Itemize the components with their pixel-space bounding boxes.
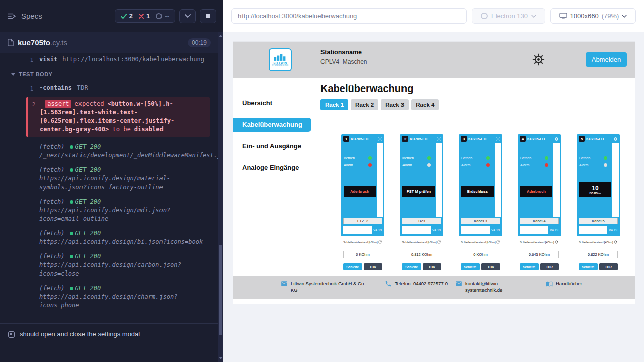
cable-name-field[interactable]: Kabel 3 — [461, 218, 500, 224]
fetch-url: https://api.iconify.design/mdi.json?icon… — [39, 206, 212, 223]
loop-resistance-value: 0.812 KOhm — [402, 251, 441, 258]
refresh-icon[interactable] — [613, 240, 618, 244]
tdr-button[interactable]: TDR — [423, 263, 442, 270]
browser-selector[interactable]: Electron 130 — [472, 8, 545, 24]
sidebar-item-1[interactable]: Übersicht — [233, 96, 311, 110]
log-assert-failed-row[interactable]: 2-assertexpected <button.w-[50%].h-[1.56… — [26, 97, 210, 137]
stop-button[interactable] — [200, 9, 216, 23]
logout-button[interactable]: Abmelden — [586, 52, 627, 67]
specs-menu-icon[interactable] — [7, 12, 16, 21]
footer-item-2: Telefon: 04402 972577-0 — [385, 280, 448, 287]
cable-name-field[interactable]: Kabel 4 — [520, 218, 559, 224]
schleife-button[interactable]: Schleife — [343, 263, 362, 270]
cable-name-field[interactable]: FTZ_2 — [343, 218, 382, 224]
status-dot-icon — [70, 200, 73, 204]
footer-text: Telefon: 04402 972577-0 — [395, 280, 448, 287]
betrieb-led — [486, 156, 490, 160]
sidebar-item-2[interactable]: Kabelüberwachung — [233, 118, 311, 132]
loop-resistance-label: Schleifenwiderstand [kOhm] — [343, 241, 377, 244]
tab-rack-1[interactable]: Rack 1 — [320, 99, 348, 110]
refresh-icon[interactable] — [554, 240, 559, 244]
viewport-selector[interactable]: 1000x660 (79%) — [550, 8, 636, 24]
tdr-button[interactable]: TDR — [364, 263, 383, 270]
status-display: PST-M prüfen — [403, 186, 435, 197]
sidebar-item-4[interactable]: Analoge Eingänge — [233, 161, 311, 175]
spec-name: kue705fo.cy.ts — [18, 38, 67, 47]
betrieb-led — [427, 156, 431, 160]
schleife-button[interactable]: Schleife — [402, 263, 421, 270]
cypress-runner-panel: Specs 2 1 -- kue705fo.cy.ts 00:19 1 — [0, 0, 223, 362]
card-gear-icon[interactable] — [554, 137, 559, 141]
log-fetch-row-6[interactable]: (fetch)GET 200https://api.iconify.design… — [0, 284, 218, 310]
log-fetch-row-3[interactable]: (fetch)GET 200https://api.iconify.design… — [0, 198, 218, 223]
sidebar-item-3[interactable]: Ein- und Ausgänge — [233, 139, 311, 153]
fetch-label: (fetch) — [39, 285, 65, 292]
spec-row[interactable]: kue705fo.cy.ts 00:19 — [0, 32, 218, 53]
station-label: Stationsname — [320, 49, 367, 56]
display-box — [520, 226, 548, 234]
tab-rack-3[interactable]: Rack 3 — [381, 99, 409, 110]
footer-text: Handbücher — [556, 280, 582, 287]
book-icon — [546, 280, 553, 287]
next-test-row[interactable]: should open and close the settings modal — [0, 323, 218, 362]
card-gear-icon[interactable] — [496, 137, 500, 141]
log-fetch-row-4[interactable]: (fetch)GET 200https://api.iconify.design… — [0, 229, 218, 246]
scroll-down-icon[interactable] — [219, 357, 223, 359]
fetch-status: GET 200 — [75, 166, 101, 173]
littwin-logo: LITTWIN SYSTEMTECHNIK — [269, 48, 292, 71]
test-body-header[interactable]: TEST BODY — [0, 70, 218, 79]
schleife-button[interactable]: Schleife — [461, 263, 480, 270]
card-gear-icon[interactable] — [378, 137, 382, 141]
schleife-button[interactable]: Schleife — [579, 263, 598, 270]
card-gear-icon[interactable] — [613, 137, 618, 141]
tab-rack-2[interactable]: Rack 2 — [351, 99, 378, 110]
runner-scrollbar[interactable] — [218, 32, 223, 362]
browser-chrome-bar: Electron 130 1000x660 (79%) — [223, 0, 644, 32]
log-contains-row[interactable]: 1containsTDR — [0, 82, 218, 93]
schleife-button[interactable]: Schleife — [520, 263, 539, 270]
refresh-icon[interactable] — [378, 240, 382, 244]
refresh-icon[interactable] — [496, 240, 500, 244]
collapse-button[interactable] — [179, 9, 196, 23]
check-icon — [121, 14, 127, 19]
gauge-bar — [495, 143, 501, 217]
loop-resistance-label: Schleifenwiderstand [kOhm] — [579, 241, 613, 244]
specs-label[interactable]: Specs — [21, 12, 42, 20]
scrollbar-thumb[interactable] — [219, 245, 222, 335]
alarm-label: Alarm — [344, 163, 353, 167]
cable-name-field[interactable]: Kabel 5 — [579, 218, 618, 224]
footer-text: kontakt@littwin-systemtechnik.de — [465, 280, 509, 293]
footer-item-4[interactable]: Handbücher — [546, 280, 582, 287]
assert-badge: assert — [45, 100, 71, 108]
log-fetch-row-2[interactable]: (fetch)GET 200https://api.iconify.design… — [0, 166, 218, 192]
cable-name-field[interactable]: B23 — [402, 218, 441, 224]
log-visit-row[interactable]: 1visithttp://localhost:3000/kabelueberwa… — [0, 53, 218, 64]
tdr-button[interactable]: TDR — [599, 263, 618, 270]
firmware-version: V4.19 — [548, 226, 559, 234]
tdr-button[interactable]: TDR — [481, 263, 501, 270]
station-info: Stationsname CPLV4_Maschen — [320, 49, 367, 65]
tab-rack-4[interactable]: Rack 4 — [411, 99, 439, 110]
log-fetch-row-1[interactable]: (fetch)GET 200/_next/static/development/… — [0, 143, 218, 160]
tdr-button[interactable]: TDR — [540, 263, 559, 270]
alarm-led — [545, 163, 548, 167]
device-card-4: 4KÜ705-FOBetriebAlarmAderbruchKabel 4V4.… — [518, 134, 561, 276]
betrieb-label: Betrieb — [520, 156, 531, 160]
card-gear-icon[interactable] — [437, 137, 441, 141]
firmware-version: V4.19 — [490, 226, 500, 234]
fetch-status: GET 200 — [75, 253, 101, 260]
gauge-bar — [436, 143, 442, 217]
logo-skyline-icon — [274, 54, 287, 61]
status-dot-icon — [70, 287, 73, 290]
footer-item-3: kontakt@littwin-systemtechnik.de — [455, 280, 509, 293]
status-display: Erdschluss — [461, 186, 494, 197]
line-number: 1 — [0, 84, 39, 93]
loop-resistance-value: 0 KOhm — [461, 251, 500, 258]
url-input[interactable] — [231, 8, 467, 24]
fetch-label: (fetch) — [39, 253, 65, 260]
log-fetch-row-5[interactable]: (fetch)GET 200https://api.iconify.design… — [0, 252, 218, 278]
refresh-icon[interactable] — [437, 240, 441, 244]
gauge-bar — [612, 143, 619, 217]
scroll-up-icon[interactable] — [219, 35, 223, 37]
settings-gear-icon[interactable] — [532, 53, 545, 68]
